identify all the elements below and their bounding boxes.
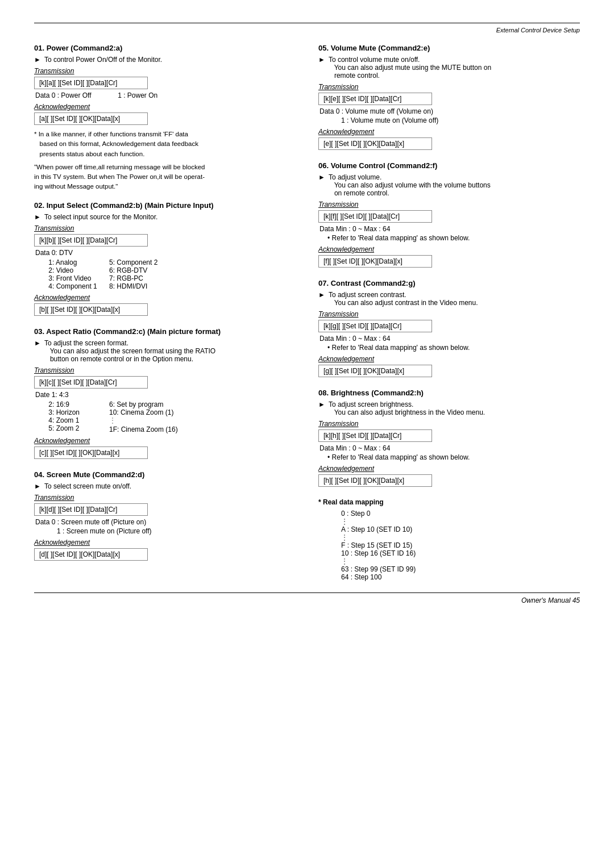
page-header: External Control Device Setup xyxy=(34,27,580,34)
transmission-cmd-02: [k][b][ ][Set ID][ ][Data][Cr] xyxy=(34,234,148,247)
data-line-05b: 1 : Volume mute on (Volume off) xyxy=(341,116,580,124)
section-07: 07. Contrast (Command2:g) ► To adjust sc… xyxy=(318,279,580,379)
arrow-icon-03: ► xyxy=(34,339,41,347)
bottom-rule xyxy=(34,592,580,593)
ack-label-08: Acknowledgement xyxy=(318,465,580,473)
note-01-1: * In a like manner, if other functions t… xyxy=(34,130,296,159)
main-content: 01. Power (Command2:a) ► To control Powe… xyxy=(34,44,580,581)
section-03-desc: ► To adjust the screen format. You can a… xyxy=(34,339,296,363)
data-line-04a: Data 0 : Screen mute off (Picture on) xyxy=(35,518,296,526)
transmission-cmd-06: [k][f][ ][Set ID][ ][Data][Cr] xyxy=(318,210,432,223)
arrow-icon-04: ► xyxy=(34,482,41,490)
transmission-label-02: Transmission xyxy=(34,224,296,232)
data-line-05a: Data 0 : Volume mute off (Volume on) xyxy=(320,107,580,115)
header-title: External Control Device Setup xyxy=(496,27,580,34)
ack-label-04: Acknowledgement xyxy=(34,539,296,546)
data-right-02: 5: Component 2 6: RGB-DTV 7: RGB-PC 8: H… xyxy=(109,258,157,290)
section-05-desc: ► To control volume mute on/off. You can… xyxy=(318,56,580,80)
top-rule xyxy=(34,23,580,23)
real-data-mapping: * Real data mapping 0 : Step 0 ⋮ A : Ste… xyxy=(318,498,580,581)
bullet-07: • Refer to 'Real data mapping' as shown … xyxy=(327,344,580,352)
page: External Control Device Setup 01. Power … xyxy=(0,0,614,868)
transmission-label-03: Transmission xyxy=(34,366,296,374)
section-05: 05. Volume Mute (Command2:e) ► To contro… xyxy=(318,44,580,152)
data-line-07: Data Min : 0 ~ Max : 64 xyxy=(320,335,580,343)
page-footer: Owner's Manual 45 xyxy=(34,596,580,604)
section-07-desc: ► To adjust screen contrast. You can als… xyxy=(318,291,580,307)
ack-cmd-08: [h][ ][Set ID][ ][OK][Data][x] xyxy=(318,474,432,487)
ack-label-01: Acknowledgement xyxy=(34,103,296,111)
section-06: 06. Volume Control (Command2:f) ► To adj… xyxy=(318,161,580,270)
real-data-asterisk: * xyxy=(318,498,323,506)
data-left-02: 1: Analog 2: Video 3: Front Video 4: Com… xyxy=(35,258,98,290)
section-04-desc: ► To select screen mute on/off. xyxy=(34,482,296,490)
ack-cmd-05: [e][ ][Set ID][ ][OK][Data][x] xyxy=(318,137,432,150)
ack-label-03: Acknowledgement xyxy=(34,437,296,445)
ack-cmd-02: [b][ ][Set ID][ ][OK][Data][x] xyxy=(34,303,148,316)
transmission-label-08: Transmission xyxy=(318,420,580,428)
arrow-icon-02: ► xyxy=(34,213,41,221)
arrow-icon-07: ► xyxy=(318,291,325,299)
arrow-icon: ► xyxy=(34,56,41,64)
data-line-04b: 1 : Screen mute on (Picture off) xyxy=(57,527,296,535)
arrow-icon-06: ► xyxy=(318,173,325,181)
data-header-02: Data 0: DTV xyxy=(35,249,296,257)
section-05-title: 05. Volume Mute (Command2:e) xyxy=(318,44,580,52)
data-line-01: Data 0 : Power Off 1 : Power On xyxy=(35,91,296,99)
data-right-03: 6: Set by program 10: Cinema Zoom (1) ⋮ … xyxy=(109,400,178,433)
data-twocol-03: 2: 16:9 3: Horizon 4: Zoom 1 5: Zoom 2 6… xyxy=(35,400,296,433)
section-01-desc: ► To control Power On/Off of the Monitor… xyxy=(34,56,296,64)
transmission-cmd-07: [k][g][ ][Set ID][ ][Data][Cr] xyxy=(318,320,432,332)
bullet-06: • Refer to 'Real data mapping' as shown … xyxy=(327,234,580,242)
arrow-icon-05: ► xyxy=(318,56,325,64)
section-02-title: 02. Input Select (Command2:b) (Main Pict… xyxy=(34,201,296,210)
ack-label-07: Acknowledgement xyxy=(318,355,580,363)
ack-label-06: Acknowledgement xyxy=(318,245,580,253)
real-data-items: 0 : Step 0 ⋮ A : Step 10 (SET ID 10) ⋮ F… xyxy=(341,510,580,581)
transmission-cmd-08: [k][h][ ][Set ID][ ][Data][Cr] xyxy=(318,429,432,442)
right-column: 05. Volume Mute (Command2:e) ► To contro… xyxy=(318,44,580,581)
left-column: 01. Power (Command2:a) ► To control Powe… xyxy=(34,44,296,581)
transmission-cmd-04: [k][d][ ][Set ID][ ][Data][Cr] xyxy=(34,503,148,516)
transmission-cmd-05: [k][e][ ][Set ID][ ][Data][Cr] xyxy=(318,93,432,105)
ack-cmd-01: [a][ ][Set ID][ ][OK][Data][x] xyxy=(34,112,148,125)
ack-cmd-04: [d][ ][Set ID][ ][OK][Data][x] xyxy=(34,548,148,561)
real-data-title: Real data mapping xyxy=(323,498,384,506)
section-06-title: 06. Volume Control (Command2:f) xyxy=(318,161,580,170)
section-07-title: 07. Contrast (Command2:g) xyxy=(318,279,580,287)
ack-cmd-06: [f][ ][Set ID][ ][OK][Data][x] xyxy=(318,255,432,268)
ack-cmd-03: [c][ ][Set ID][ ][OK][Data][x] xyxy=(34,446,148,459)
transmission-cmd-01: [k][a][ ][Set ID][ ][Data][Cr] xyxy=(34,77,148,89)
transmission-label-01: Transmission xyxy=(34,67,296,75)
ack-label-05: Acknowledgement xyxy=(318,128,580,136)
section-01-title: 01. Power (Command2:a) xyxy=(34,44,296,52)
section-04: 04. Screen Mute (Command2:d) ► To select… xyxy=(34,470,296,563)
section-02-desc: ► To select input source for the Monitor… xyxy=(34,213,296,221)
transmission-cmd-03: [k][c][ ][Set ID][ ][Data][Cr] xyxy=(34,376,148,389)
data-line-08: Data Min : 0 ~ Max : 64 xyxy=(320,444,580,452)
note-01-2: "When power off time,all returning messa… xyxy=(34,162,296,192)
section-03-title: 03. Aspect Ratio (Command2:c) (Main pict… xyxy=(34,327,296,336)
transmission-label-05: Transmission xyxy=(318,83,580,91)
section-01: 01. Power (Command2:a) ► To control Powe… xyxy=(34,44,296,192)
data-header-03: Date 1: 4:3 xyxy=(35,391,296,399)
ack-label-02: Acknowledgement xyxy=(34,294,296,302)
transmission-label-06: Transmission xyxy=(318,201,580,208)
arrow-icon-08: ► xyxy=(318,400,325,408)
bullet-08: • Refer to 'Real data mapping' as shown … xyxy=(327,453,580,461)
footer-text: Owner's Manual 45 xyxy=(521,596,580,604)
section-08-desc: ► To adjust screen brightness. You can a… xyxy=(318,400,580,416)
data-line-06: Data Min : 0 ~ Max : 64 xyxy=(320,225,580,233)
section-08: 08. Brightness (Command2:h) ► To adjust … xyxy=(318,389,580,489)
section-06-desc: ► To adjust volume. You can also adjust … xyxy=(318,173,580,197)
ack-cmd-07: [g][ ][Set ID][ ][OK][Data][x] xyxy=(318,365,432,377)
section-08-title: 08. Brightness (Command2:h) xyxy=(318,389,580,397)
section-02: 02. Input Select (Command2:b) (Main Pict… xyxy=(34,201,296,318)
transmission-label-04: Transmission xyxy=(34,494,296,502)
data-twocol-02: 1: Analog 2: Video 3: Front Video 4: Com… xyxy=(35,258,296,290)
section-04-title: 04. Screen Mute (Command2:d) xyxy=(34,470,296,479)
section-03: 03. Aspect Ratio (Command2:c) (Main pict… xyxy=(34,327,296,461)
transmission-label-07: Transmission xyxy=(318,310,580,318)
data-left-03: 2: 16:9 3: Horizon 4: Zoom 1 5: Zoom 2 xyxy=(35,400,98,433)
